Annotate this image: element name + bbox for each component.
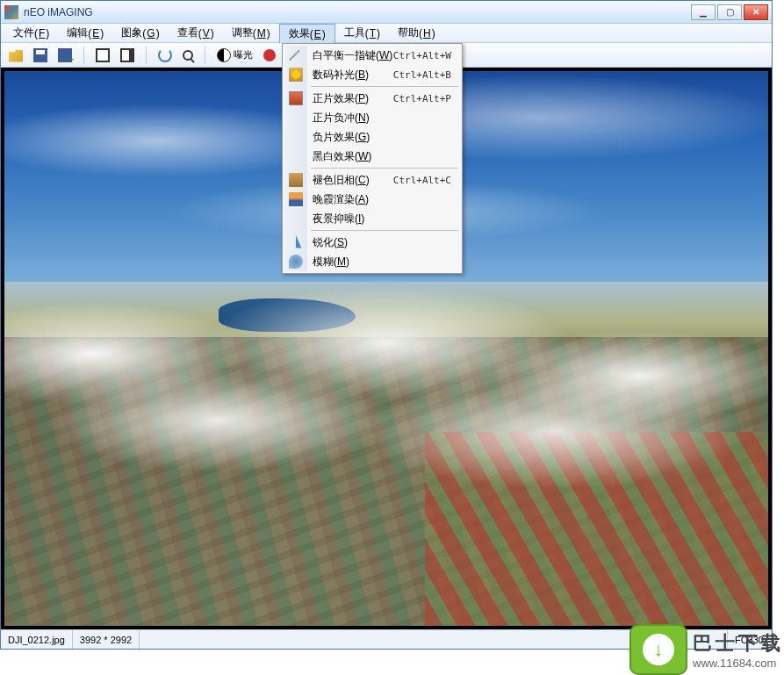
exposure-label: 曝光 bbox=[234, 48, 253, 61]
dropdown-separator bbox=[311, 168, 458, 169]
red-circle-icon bbox=[263, 49, 276, 61]
saveas-icon bbox=[58, 48, 72, 62]
compare-icon bbox=[96, 48, 110, 62]
dropdown-item[interactable]: 模糊(M) bbox=[284, 252, 460, 271]
window-buttons bbox=[691, 4, 768, 20]
menu-edit[interactable]: 编辑(E) bbox=[58, 24, 112, 42]
minimize-button[interactable] bbox=[691, 4, 716, 20]
sunset-icon bbox=[289, 192, 303, 206]
slide-icon bbox=[289, 91, 303, 105]
dropdown-item[interactable]: 褪色旧相(C)Ctrl+Alt+C bbox=[284, 170, 460, 190]
dropdown-item-label: 数码补光(B) bbox=[313, 68, 393, 83]
menu-image[interactable]: 图象(G) bbox=[112, 24, 168, 42]
dropdown-item[interactable]: 锐化(S) bbox=[284, 233, 460, 252]
app-window: nEO iMAGING 文件(F) 编辑(E) 图象(G) 查看(V) 调整(M… bbox=[0, 0, 773, 650]
menu-effect[interactable]: 效果(E) bbox=[279, 24, 335, 43]
dropdown-item[interactable]: 晚霞渲染(A) bbox=[284, 190, 460, 209]
rotate-icon bbox=[158, 48, 172, 62]
menubar: 文件(F) 编辑(E) 图象(G) 查看(V) 调整(M) 效果(E) 工具(T… bbox=[1, 24, 772, 43]
close-button[interactable] bbox=[744, 4, 768, 20]
zoom-button[interactable] bbox=[180, 48, 196, 62]
effect-dropdown: 白平衡一指键(W)Ctrl+Alt+W数码补光(B)Ctrl+Alt+B正片效果… bbox=[282, 43, 463, 274]
separator bbox=[83, 47, 84, 64]
menu-adjust[interactable]: 调整(M) bbox=[223, 24, 279, 42]
sidepanel-icon bbox=[120, 48, 134, 62]
contrast-icon bbox=[217, 48, 231, 62]
dropdown-item[interactable]: 白平衡一指键(W)Ctrl+Alt+W bbox=[284, 46, 460, 65]
dropdown-item-label: 夜景抑噪(I) bbox=[313, 212, 460, 226]
dropdown-item-shortcut: Ctrl+Alt+P bbox=[393, 93, 460, 104]
dropdown-item[interactable]: 黑白效果(W) bbox=[284, 147, 460, 166]
titlebar: nEO iMAGING bbox=[1, 1, 772, 24]
save-icon bbox=[33, 48, 47, 62]
open-icon bbox=[9, 48, 23, 62]
menu-view[interactable]: 查看(V) bbox=[169, 24, 223, 42]
dropdown-item[interactable]: 数码补光(B)Ctrl+Alt+B bbox=[284, 65, 460, 84]
sharpen-icon bbox=[289, 235, 303, 249]
dropdown-item-shortcut: Ctrl+Alt+W bbox=[393, 50, 460, 61]
dropdown-item-label: 白平衡一指键(W) bbox=[313, 48, 393, 63]
redeye-button[interactable] bbox=[261, 47, 278, 63]
sepia-icon bbox=[289, 173, 303, 187]
watermark-cn: 巴士下载 bbox=[693, 630, 784, 657]
rotate-button[interactable] bbox=[155, 47, 175, 64]
dropdown-separator bbox=[311, 230, 458, 231]
dropdown-separator bbox=[311, 86, 458, 87]
open-button[interactable] bbox=[6, 47, 25, 64]
blur-icon bbox=[289, 255, 303, 269]
dropdown-item-shortcut: Ctrl+Alt+B bbox=[393, 69, 460, 81]
separator bbox=[146, 47, 147, 64]
dropdown-item-label: 正片效果(P) bbox=[313, 91, 393, 106]
zoom-icon bbox=[183, 50, 193, 61]
separator bbox=[205, 47, 205, 64]
dropdown-item-label: 锐化(S) bbox=[313, 235, 460, 250]
dropdown-item[interactable]: 正片负冲(N) bbox=[284, 108, 460, 127]
exposure-button[interactable]: 曝光 bbox=[214, 47, 255, 64]
sidepanel-button[interactable] bbox=[118, 47, 137, 64]
dropdown-item[interactable]: 负片效果(G) bbox=[284, 127, 460, 147]
menu-file[interactable]: 文件(F) bbox=[4, 24, 58, 42]
wand-icon bbox=[289, 48, 303, 62]
dropdown-item[interactable]: 夜景抑噪(I) bbox=[284, 209, 460, 228]
sun-icon bbox=[289, 68, 303, 82]
menu-tools[interactable]: 工具(T) bbox=[335, 24, 389, 42]
fog-clouds bbox=[4, 265, 768, 487]
download-badge-icon bbox=[629, 624, 687, 675]
dropdown-item[interactable]: 正片效果(P)Ctrl+Alt+P bbox=[284, 89, 460, 108]
watermark-text: 巴士下载 www.11684.com bbox=[693, 630, 784, 670]
watermark: 巴士下载 www.11684.com bbox=[629, 624, 784, 675]
maximize-button[interactable] bbox=[717, 4, 742, 20]
save-button[interactable] bbox=[31, 47, 50, 64]
dropdown-item-label: 模糊(M) bbox=[313, 255, 460, 269]
app-icon bbox=[4, 5, 18, 19]
status-dimensions: 3992 * 2992 bbox=[73, 630, 140, 649]
saveas-button[interactable] bbox=[55, 47, 75, 64]
dropdown-item-label: 负片效果(G) bbox=[313, 130, 460, 145]
dropdown-item-label: 褪色旧相(C) bbox=[313, 173, 393, 188]
status-filename: DJI_0212.jpg bbox=[1, 630, 73, 649]
dropdown-item-label: 晚霞渲染(A) bbox=[313, 192, 460, 207]
compare-button[interactable] bbox=[93, 47, 112, 64]
window-title: nEO iMAGING bbox=[24, 6, 691, 18]
dropdown-item-label: 正片负冲(N) bbox=[313, 111, 460, 126]
menu-help[interactable]: 帮助(H) bbox=[389, 24, 444, 42]
watermark-url: www.11684.com bbox=[693, 657, 776, 670]
dropdown-item-label: 黑白效果(W) bbox=[313, 149, 460, 164]
dropdown-item-shortcut: Ctrl+Alt+C bbox=[393, 175, 460, 186]
